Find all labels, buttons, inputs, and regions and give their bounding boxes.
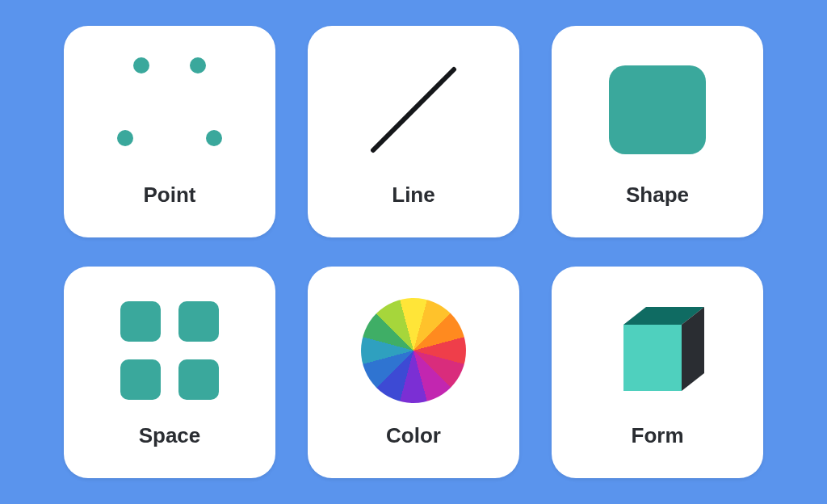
card-label: Form <box>632 423 684 448</box>
space-icon <box>80 286 259 415</box>
card-space[interactable]: Space <box>64 267 275 478</box>
card-label: Line <box>392 183 434 208</box>
card-label: Color <box>386 423 441 448</box>
card-color[interactable]: Color <box>308 267 519 478</box>
card-label: Point <box>144 183 196 208</box>
point-dots-icon <box>80 45 259 174</box>
card-label: Shape <box>626 183 689 208</box>
card-shape[interactable]: Shape <box>552 26 763 237</box>
cube-icon <box>568 286 747 415</box>
shape-icon <box>568 45 747 174</box>
card-form[interactable]: Form <box>552 267 763 478</box>
card-label: Space <box>139 423 201 448</box>
svg-line-0 <box>373 69 454 150</box>
card-point[interactable]: Point <box>64 26 275 237</box>
svg-marker-3 <box>623 325 682 391</box>
card-line[interactable]: Line <box>308 26 519 237</box>
line-icon <box>324 45 503 174</box>
elements-grid: Point Line Shape Space Color <box>64 26 763 478</box>
color-wheel-icon <box>324 286 503 415</box>
